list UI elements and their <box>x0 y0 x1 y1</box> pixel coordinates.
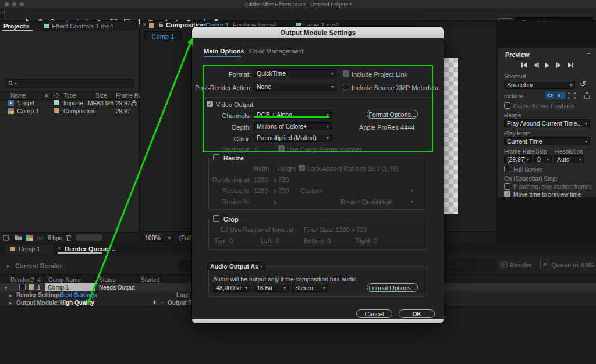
lock-icon[interactable] <box>158 22 164 28</box>
reset-icon[interactable]: ↺ <box>580 81 586 88</box>
audio-channels-dropdown[interactable]: Stereo ▾ <box>292 284 328 292</box>
render-button[interactable]: Render <box>510 262 532 269</box>
project-panel-pill[interactable] <box>76 234 102 241</box>
new-composition-icon[interactable] <box>26 235 33 241</box>
first-frame-button[interactable] <box>519 62 528 69</box>
queue-item-checkbox[interactable] <box>19 284 26 290</box>
render-settings-link[interactable]: Best Settings <box>60 292 97 299</box>
panel-preview-label[interactable]: Preview <box>505 51 530 58</box>
chevron-down-icon: ▾ <box>323 286 325 291</box>
chevron-down-icon: ▾ <box>579 157 581 162</box>
chevron-down-icon[interactable]: ▾ <box>53 299 56 306</box>
move-time-checkbox[interactable] <box>504 191 510 197</box>
play-from-dropdown[interactable]: Current Time ▾ <box>504 137 590 145</box>
annotation-highlight-rect <box>203 65 433 152</box>
search-icon <box>8 81 13 86</box>
dialog-titlebar[interactable]: Output Module Settings <box>192 27 444 38</box>
queue-comp-name-cell[interactable]: Comp 1 <box>45 283 95 291</box>
crop-top-value[interactable]: 0 <box>229 237 233 244</box>
sort-asc-icon[interactable]: ▲ <box>44 92 49 99</box>
project-settings-icon[interactable] <box>36 235 44 241</box>
queue-menu-icon[interactable]: ≡ <box>112 245 115 252</box>
chevron-down-icon: ▾ <box>168 235 171 241</box>
resize-preset-value[interactable]: Custom <box>300 187 322 194</box>
crop-bottom-value[interactable]: 0 <box>327 237 331 244</box>
crop-right-value[interactable]: 0 <box>374 237 377 244</box>
preview-menu-icon[interactable]: ≡ <box>587 51 590 58</box>
table-row[interactable]: 1.mp4 Importe...MEX 2,3 MB 29,97 <box>0 99 139 108</box>
label-swatch[interactable] <box>54 108 59 113</box>
crop-left-value[interactable]: 0 <box>276 237 279 244</box>
magnification-dropdown[interactable]: 100% ▾ <box>142 234 173 242</box>
if-caching-checkbox[interactable] <box>504 183 510 190</box>
dialog-bottom-edge <box>192 319 444 323</box>
tab-color-management[interactable]: Color Management <box>249 48 304 55</box>
chevron-down-icon[interactable]: ▾ <box>5 284 8 291</box>
project-search-input[interactable] <box>17 80 133 87</box>
queue-in-ame-button[interactable]: Queue in AME <box>551 262 594 269</box>
project-panel-menu-icon[interactable]: ≡ <box>26 23 29 30</box>
bit-depth-button[interactable]: 8 bpc <box>48 235 62 242</box>
range-dropdown[interactable]: Play Around Current Time... ▾ <box>504 119 590 127</box>
tab-effect-controls[interactable]: Effect Controls 1.mp4 <box>52 23 113 30</box>
chevron-right-icon[interactable]: ▸ <box>7 262 10 269</box>
frame-rate-dropdown[interactable]: (29,97) ▾ <box>504 155 532 163</box>
output-module-link[interactable]: High Quality <box>60 299 94 306</box>
label-color-column-icon[interactable] <box>29 277 34 283</box>
audio-depth-dropdown[interactable]: 16 Bit ▾ <box>254 284 289 292</box>
chevron-right-icon[interactable]: ▸ <box>9 299 12 306</box>
cancel-button[interactable]: Cancel <box>356 309 392 318</box>
resolution-label: Resolution <box>555 148 583 155</box>
label-swatch[interactable] <box>54 100 59 105</box>
audio-mode-dropdown[interactable]: Audio Output Auto ▾ <box>207 262 265 270</box>
last-frame-button[interactable] <box>566 62 575 69</box>
full-screen-checkbox[interactable] <box>504 166 510 172</box>
project-tab-underline <box>2 30 33 31</box>
resize-quality-label: Resize Quality: <box>340 198 384 205</box>
audio-format-options-label: Format Options... <box>368 284 416 291</box>
chevron-down-icon[interactable]: ▾ <box>53 292 56 299</box>
label-color-column-icon[interactable] <box>54 93 59 98</box>
close-icon[interactable]: × <box>143 22 146 28</box>
resize-preset-caret-icon[interactable]: ▾ <box>411 187 413 194</box>
remove-output-module-icon[interactable]: − <box>160 299 164 306</box>
share-icon[interactable] <box>582 91 592 99</box>
resolution-dropdown[interactable]: Auto ▾ <box>554 155 584 163</box>
shortcut-dropdown[interactable]: Spacebar ▾ <box>504 81 575 89</box>
include-overlays-toggle[interactable] <box>567 91 577 99</box>
new-folder-icon[interactable] <box>15 235 22 241</box>
close-icon[interactable]: × <box>58 245 61 252</box>
trash-icon[interactable] <box>66 234 72 241</box>
resize-to-height[interactable]: 720 <box>278 187 289 194</box>
queue-label-swatch[interactable] <box>29 284 34 290</box>
add-output-module-icon[interactable]: + <box>152 299 157 306</box>
tab-main-options[interactable]: Main Options <box>204 48 244 55</box>
skip-dropdown[interactable]: 0 ▾ <box>534 155 552 163</box>
effect-controls-swatch <box>44 24 49 28</box>
speaker-icon <box>558 92 564 98</box>
tab-project[interactable]: Project <box>3 23 25 30</box>
use-roi-checkbox[interactable] <box>221 226 228 232</box>
play-button[interactable] <box>542 62 552 69</box>
resize-checkbox[interactable] <box>213 154 219 160</box>
lock-aspect-checkbox[interactable] <box>299 165 305 171</box>
interpret-footage-icon[interactable] <box>3 235 11 241</box>
resolution-value[interactable]: (Full) <box>179 235 193 242</box>
resize-quality-value[interactable]: High <box>379 198 393 205</box>
include-video-toggle[interactable] <box>545 91 555 99</box>
chevron-right-icon[interactable]: ▸ <box>9 292 12 299</box>
include-audio-toggle[interactable] <box>556 91 566 99</box>
current-render-label[interactable]: Current Render <box>15 262 62 269</box>
audio-rate-dropdown[interactable]: 48,000 kHz ▾ <box>213 284 250 292</box>
tab-render-queue[interactable]: Render Queue <box>65 245 108 252</box>
resize-quality-caret-icon[interactable]: ▾ <box>411 198 413 205</box>
cache-before-playback-checkbox[interactable] <box>504 102 510 109</box>
table-row[interactable]: Comp 1 Composition 29,97 <box>0 107 139 116</box>
previous-frame-button[interactable] <box>531 62 540 69</box>
ok-button[interactable]: OK <box>399 309 435 318</box>
audio-format-options-button[interactable]: Format Options... <box>367 283 418 292</box>
resize-to-width[interactable]: 1280 <box>254 187 268 194</box>
next-frame-button[interactable] <box>554 62 563 69</box>
tab-comp-1[interactable]: Comp 1 <box>5 244 54 254</box>
crop-checkbox[interactable] <box>213 215 219 222</box>
